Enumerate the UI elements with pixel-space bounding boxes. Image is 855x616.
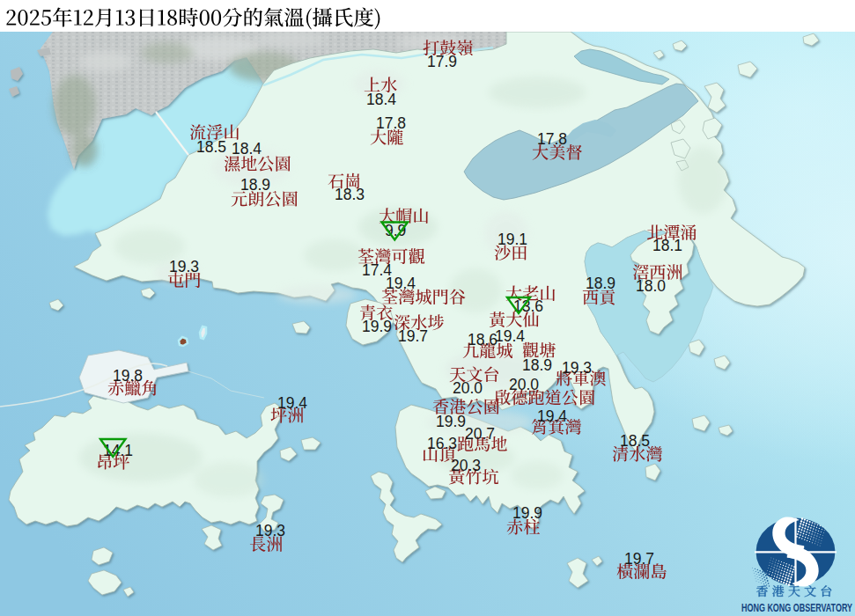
svg-text:18.5: 18.5 [620, 432, 650, 450]
svg-text:18.9: 18.9 [586, 275, 615, 292]
svg-text:19.4: 19.4 [386, 275, 416, 292]
svg-text:20.7: 20.7 [465, 425, 495, 443]
svg-text:17.8: 17.8 [537, 130, 567, 148]
svg-text:20.0: 20.0 [509, 376, 539, 393]
svg-text:20.3: 20.3 [451, 457, 481, 474]
svg-text:18.0: 18.0 [636, 277, 666, 295]
svg-text:18.6: 18.6 [468, 331, 498, 348]
svg-text:19.8: 19.8 [113, 367, 143, 385]
svg-text:18.4: 18.4 [232, 140, 262, 158]
svg-text:19.9: 19.9 [512, 504, 542, 522]
svg-text:18.9: 18.9 [522, 356, 552, 374]
svg-text:19.7: 19.7 [398, 327, 428, 345]
svg-text:18.4: 18.4 [366, 91, 396, 108]
svg-text:18.9: 18.9 [240, 176, 270, 194]
svg-text:19.3: 19.3 [169, 258, 199, 275]
svg-text:16.3: 16.3 [427, 435, 457, 452]
svg-text:HONG KONG OBSERVATORY: HONG KONG OBSERVATORY [741, 602, 852, 614]
svg-text:18.5: 18.5 [196, 138, 226, 156]
svg-text:19.1: 19.1 [498, 231, 527, 248]
svg-text:20.0: 20.0 [453, 379, 483, 397]
svg-text:19.9: 19.9 [362, 318, 392, 335]
svg-text:19.9: 19.9 [436, 413, 466, 430]
svg-text:19.4: 19.4 [537, 407, 567, 425]
svg-text:19.3: 19.3 [255, 522, 285, 539]
svg-text:19.7: 19.7 [624, 550, 654, 568]
svg-text:19.4: 19.4 [495, 327, 525, 345]
svg-text:17.8: 17.8 [376, 114, 406, 132]
svg-text:18.3: 18.3 [335, 186, 365, 203]
svg-text:19.3: 19.3 [562, 359, 592, 377]
svg-text:18.1: 18.1 [652, 237, 682, 254]
svg-text:19.4: 19.4 [277, 394, 307, 412]
svg-text:17.9: 17.9 [427, 53, 457, 70]
